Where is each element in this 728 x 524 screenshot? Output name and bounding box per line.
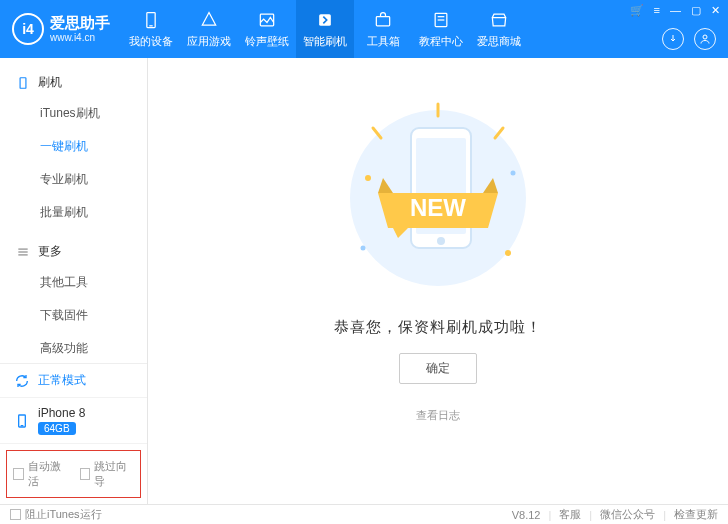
svg-rect-3 <box>319 14 331 26</box>
sidebar-item-batch-flash[interactable]: 批量刷机 <box>0 196 147 229</box>
maximize-button[interactable]: ▢ <box>691 4 701 17</box>
check-update-link[interactable]: 检查更新 <box>674 507 718 522</box>
nav-apps-games[interactable]: 应用游戏 <box>180 0 238 58</box>
app-body: 刷机 iTunes刷机 一键刷机 专业刷机 批量刷机 更多 其他工具 下载固件 … <box>0 58 728 504</box>
svg-point-19 <box>365 175 371 181</box>
app-subtitle: www.i4.cn <box>50 32 110 44</box>
checkbox-skip-guide[interactable]: 跳过向导 <box>80 459 135 489</box>
sidebar-section-flash: 刷机 <box>0 68 147 97</box>
device-storage-badge: 64GB <box>38 422 76 435</box>
checkbox-icon <box>10 509 21 520</box>
nav-store[interactable]: 爱思商城 <box>470 0 528 58</box>
banner-text: NEW <box>410 194 466 221</box>
more-icon <box>16 245 30 259</box>
user-button[interactable] <box>694 28 716 50</box>
nav-label: 应用游戏 <box>187 34 231 49</box>
checkbox-icon <box>80 468 91 480</box>
app-header: i4 爱思助手 www.i4.cn 我的设备 应用游戏 铃声壁纸 智能刷机 工具… <box>0 0 728 58</box>
toolbox-icon <box>373 10 393 30</box>
download-button[interactable] <box>662 28 684 50</box>
device-mode[interactable]: 正常模式 <box>0 364 147 398</box>
sidebar-section-more: 更多 <box>0 237 147 266</box>
nav-tutorials[interactable]: 教程中心 <box>412 0 470 58</box>
book-icon <box>431 10 451 30</box>
sidebar-item-oneclick-flash[interactable]: 一键刷机 <box>0 130 147 163</box>
top-nav: 我的设备 应用游戏 铃声壁纸 智能刷机 工具箱 教程中心 爱思商城 <box>122 0 528 58</box>
phone-icon <box>16 76 30 90</box>
logo-icon: i4 <box>12 13 44 45</box>
phone-icon <box>141 10 161 30</box>
nav-ringtone-wallpaper[interactable]: 铃声壁纸 <box>238 0 296 58</box>
wechat-link[interactable]: 微信公众号 <box>600 507 655 522</box>
nav-label: 爱思商城 <box>477 34 521 49</box>
minimize-button[interactable]: — <box>670 4 681 17</box>
nav-label: 铃声壁纸 <box>245 34 289 49</box>
nav-label: 教程中心 <box>419 34 463 49</box>
window-controls: 🛒 ≡ — ▢ ✕ <box>630 4 720 17</box>
store-icon <box>489 10 509 30</box>
svg-point-25 <box>437 237 445 245</box>
main-content: NEW 恭喜您，保资料刷机成功啦！ 确定 查看日志 <box>148 58 728 504</box>
nav-label: 工具箱 <box>367 34 400 49</box>
ok-button[interactable]: 确定 <box>399 353 477 384</box>
checkbox-auto-activate[interactable]: 自动激活 <box>13 459 68 489</box>
sidebar-section-label: 刷机 <box>38 74 62 91</box>
user-icon <box>699 33 711 45</box>
svg-rect-4 <box>376 16 389 25</box>
sidebar-item-pro-flash[interactable]: 专业刷机 <box>0 163 147 196</box>
status-bar: 阻止iTunes运行 V8.12 | 客服 | 微信公众号 | 检查更新 <box>0 504 728 524</box>
nav-label: 智能刷机 <box>303 34 347 49</box>
device-name: iPhone 8 <box>38 406 85 420</box>
svg-point-22 <box>361 246 366 251</box>
cart-icon[interactable]: 🛒 <box>630 4 644 17</box>
support-link[interactable]: 客服 <box>559 507 581 522</box>
close-button[interactable]: ✕ <box>711 4 720 17</box>
nav-my-device[interactable]: 我的设备 <box>122 0 180 58</box>
logo-block: i4 爱思助手 www.i4.cn <box>0 0 122 58</box>
download-icon <box>667 33 679 45</box>
checkbox-label: 阻止iTunes运行 <box>25 508 102 520</box>
nav-label: 我的设备 <box>129 34 173 49</box>
sidebar-item-itunes-flash[interactable]: iTunes刷机 <box>0 97 147 130</box>
sidebar: 刷机 iTunes刷机 一键刷机 专业刷机 批量刷机 更多 其他工具 下载固件 … <box>0 58 148 504</box>
checkbox-block-itunes[interactable]: 阻止iTunes运行 <box>10 507 102 522</box>
separator: | <box>589 509 592 521</box>
device-mode-label: 正常模式 <box>38 372 86 389</box>
wallpaper-icon <box>257 10 277 30</box>
nav-smart-flash[interactable]: 智能刷机 <box>296 0 354 58</box>
sidebar-item-download-firmware[interactable]: 下载固件 <box>0 299 147 332</box>
refresh-icon <box>14 373 30 389</box>
nav-toolbox[interactable]: 工具箱 <box>354 0 412 58</box>
sidebar-section-label: 更多 <box>38 243 62 260</box>
apps-icon <box>199 10 219 30</box>
separator: | <box>548 509 551 521</box>
success-title: 恭喜您，保资料刷机成功啦！ <box>334 318 542 337</box>
sidebar-item-other-tools[interactable]: 其他工具 <box>0 266 147 299</box>
separator: | <box>663 509 666 521</box>
menu-icon[interactable]: ≡ <box>654 4 660 17</box>
sidebar-item-advanced[interactable]: 高级功能 <box>0 332 147 363</box>
version-label: V8.12 <box>512 509 541 521</box>
phone-icon <box>14 413 30 429</box>
svg-point-21 <box>511 171 516 176</box>
svg-point-8 <box>703 35 707 39</box>
view-log-link[interactable]: 查看日志 <box>416 408 460 423</box>
success-illustration: NEW <box>323 98 553 298</box>
svg-rect-9 <box>20 77 26 88</box>
svg-point-20 <box>505 250 511 256</box>
checkbox-label: 自动激活 <box>28 459 68 489</box>
device-info[interactable]: iPhone 8 64GB <box>0 398 147 444</box>
header-right: 🛒 ≡ — ▢ ✕ <box>622 0 728 58</box>
checkbox-label: 跳过向导 <box>94 459 134 489</box>
app-title: 爱思助手 <box>50 14 110 32</box>
flash-icon <box>315 10 335 30</box>
checkbox-icon <box>13 468 24 480</box>
flash-options-highlight: 自动激活 跳过向导 <box>6 450 141 498</box>
